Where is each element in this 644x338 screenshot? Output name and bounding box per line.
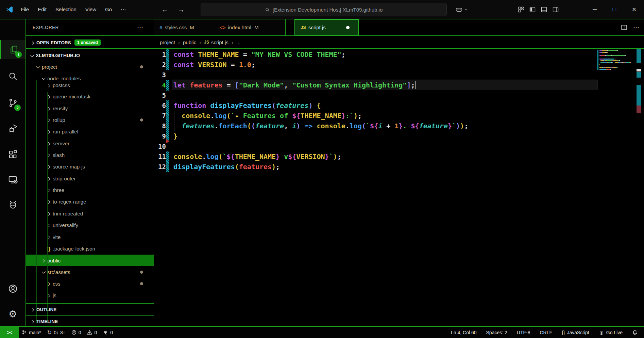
unsaved-dot[interactable] (346, 26, 350, 29)
code-line[interactable]: const VERSION = 1.0; (173, 60, 255, 70)
tab-script-js[interactable]: JSscript.js (294, 19, 359, 35)
activity-chat[interactable] (0, 196, 26, 215)
minimap-line (599, 67, 617, 68)
menu-file[interactable]: File (16, 6, 33, 13)
status-go-live[interactable]: Go Live (596, 327, 626, 338)
workspace-root-folder[interactable]: XLMT09.GITHUB.IO (26, 49, 154, 62)
status-eol[interactable]: CRLF (537, 327, 555, 338)
status-cursor-position[interactable]: Ln 4, Col 60 (448, 327, 480, 338)
token-str: v (280, 152, 288, 161)
tree-item-trim-repeated[interactable]: trim-repeated (26, 208, 154, 219)
activity-remote-explorer[interactable] (0, 170, 26, 189)
tree-item-node-modules[interactable]: node_modules (26, 73, 154, 84)
explorer-more-actions[interactable]: ⋯ (137, 24, 143, 31)
status-notifications[interactable] (629, 327, 641, 338)
code-line[interactable]: displayFeatures(features); (173, 162, 280, 172)
section-timeline[interactable]: TIMELINE (26, 315, 154, 327)
tree-item-source-map-js[interactable]: source-map-js (26, 161, 154, 172)
split-editor-icon[interactable] (621, 24, 628, 31)
menu-edit[interactable]: Edit (33, 6, 51, 13)
token-lav: ) (456, 122, 460, 130)
status-sync-changes[interactable]: ↻0↓ 3↑ (44, 327, 68, 338)
status-language-mode[interactable]: {}JavaScript (559, 327, 592, 338)
activity-explorer[interactable]: 1 (0, 40, 27, 59)
customize-layout-icon[interactable] (515, 0, 527, 19)
unsaved-badge: 1 unsaved (74, 39, 101, 46)
tree-item-project[interactable]: project (26, 61, 154, 73)
tree-item-to-regex-range[interactable]: to-regex-range (26, 196, 154, 207)
line-number: 6 (152, 100, 166, 111)
copilot-button[interactable] (455, 5, 468, 14)
breadcrumb-item-project[interactable]: project (160, 39, 175, 45)
code-line[interactable]: } (173, 131, 177, 141)
activity-run-debug[interactable] (0, 119, 26, 138)
tree-item-public[interactable]: public (26, 255, 154, 266)
status-git-branch[interactable]: main* (19, 327, 44, 338)
tree-item-vite[interactable]: vite (26, 231, 154, 243)
code-line[interactable]: const THEME_NAME = "MY NEW VS CODE THEME… (173, 49, 345, 60)
status-ports[interactable]: 0 (100, 327, 116, 338)
menu-selection[interactable]: Selection (51, 6, 81, 13)
menu-view[interactable]: View (81, 6, 101, 13)
code-line[interactable]: console.log(`${THEME_NAME} v${VERSION}`)… (173, 151, 341, 162)
status-remote-indicator[interactable]: >< (0, 327, 19, 338)
nav-forward-arrow[interactable]: → (173, 6, 189, 14)
tree-item-run-parallel[interactable]: run-parallel (26, 126, 154, 137)
open-editors-section[interactable]: OPEN EDITORS 1 unsaved (26, 36, 154, 49)
activity-search[interactable] (0, 67, 26, 86)
status-errors[interactable]: 0 (68, 327, 84, 338)
section-outline[interactable]: OUTLINE (26, 303, 154, 315)
breadcrumb-item-[interactable]: ... (236, 39, 241, 45)
tree-item-three[interactable]: three (26, 184, 154, 196)
tree-item-reusify[interactable]: reusify (26, 102, 154, 114)
code-line[interactable]: console.log(`✦ Features of ${THEME_NAME}… (173, 111, 362, 121)
status-encoding[interactable]: UTF-8 (514, 327, 533, 338)
minimap-change-strip (597, 50, 598, 70)
close-button[interactable]: × (624, 0, 644, 19)
status-warnings[interactable]: 0 (84, 327, 100, 338)
tab-index-html[interactable]: <>index.htmlM (214, 19, 286, 35)
token-param: i (292, 122, 296, 130)
nav-back-arrow[interactable]: ← (157, 6, 173, 14)
token-plain: ; (276, 163, 280, 171)
activity-settings[interactable]: ⚙ (0, 304, 26, 323)
tabbar-border (26, 35, 644, 36)
minimize-button[interactable]: ─ (585, 0, 605, 19)
tree-item-js[interactable]: js (26, 289, 154, 301)
token-str: ` (366, 122, 370, 130)
breadcrumb-item-public[interactable]: public (183, 39, 196, 45)
line-number: 12 (152, 162, 166, 172)
command-center-search[interactable]: [Extension Development Host] XLmT09.gith… (201, 3, 447, 16)
tree-item-css[interactable]: css (26, 278, 154, 289)
breadcrumb-item-scriptjs[interactable]: JSscript.js (204, 39, 228, 45)
tree-item-src-assets[interactable]: src\assets (26, 266, 154, 278)
tree-item-semver[interactable]: semver (26, 138, 154, 149)
sidebar-border[interactable] (154, 19, 154, 326)
token-gold: console (317, 122, 345, 130)
minimap[interactable] (597, 49, 634, 73)
menu-bar: FileEditSelectionViewGo⋯ (16, 6, 130, 13)
tab-styles-css[interactable]: #styles.cssM (154, 19, 214, 35)
tree-item-rollup[interactable]: rollup (26, 114, 154, 126)
tree-item-queue-microtask[interactable]: queue-microtask (26, 91, 154, 102)
code-line[interactable]: features.forEach((feature, i) => console… (173, 121, 468, 131)
activity-extensions[interactable] (0, 145, 26, 164)
token-lav: ( (272, 101, 276, 110)
tree-item-universalify[interactable]: universalify (26, 219, 154, 231)
tree-item--package-lock-json[interactable]: {}.package-lock.json (26, 243, 154, 254)
status-indentation[interactable]: Spaces: 2 (483, 327, 510, 338)
code-line[interactable]: function displayFeatures(features) { (173, 100, 321, 111)
token-str: ` (329, 152, 333, 161)
activity-source-control[interactable]: 2 (0, 93, 26, 112)
tree-item-slash[interactable]: slash (26, 149, 154, 161)
code-line[interactable]: let features = ["Dark Mode", "Custom Syn… (173, 80, 415, 90)
maximize-button[interactable]: □ (605, 0, 624, 19)
menu-go[interactable]: Go (101, 6, 116, 13)
toggle-sidebar-right-icon[interactable] (550, 0, 561, 19)
toggle-panel-icon[interactable] (538, 0, 550, 19)
activity-account[interactable] (0, 279, 26, 298)
menu-more[interactable]: ⋯ (116, 6, 130, 13)
editor-more-actions[interactable]: ⋯ (633, 24, 639, 31)
toggle-sidebar-left-icon[interactable] (527, 0, 538, 19)
tree-item-strip-outer[interactable]: strip-outer (26, 173, 154, 184)
